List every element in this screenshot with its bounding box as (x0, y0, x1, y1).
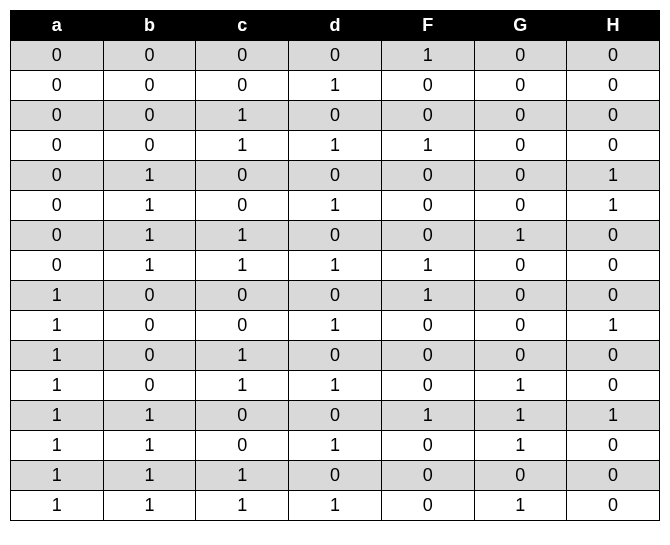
table-cell: 0 (11, 131, 104, 161)
table-cell: 1 (196, 461, 289, 491)
col-header-f: F (381, 11, 474, 41)
table-cell: 1 (11, 341, 104, 371)
table-cell: 1 (567, 311, 660, 341)
table-cell: 1 (289, 71, 382, 101)
col-header-b: b (103, 11, 196, 41)
table-cell: 1 (567, 191, 660, 221)
table-cell: 0 (381, 431, 474, 461)
table-row: 1101010 (11, 431, 660, 461)
table-row: 1010000 (11, 341, 660, 371)
table-cell: 0 (381, 191, 474, 221)
table-cell: 0 (289, 461, 382, 491)
col-header-g: G (474, 11, 567, 41)
table-cell: 0 (196, 191, 289, 221)
table-cell: 1 (474, 431, 567, 461)
col-header-h: H (567, 11, 660, 41)
table-cell: 1 (381, 251, 474, 281)
table-row: 0000100 (11, 41, 660, 71)
table-cell: 0 (289, 341, 382, 371)
table-cell: 1 (289, 311, 382, 341)
table-row: 0101001 (11, 191, 660, 221)
table-cell: 0 (381, 461, 474, 491)
table-cell: 0 (381, 71, 474, 101)
table-cell: 0 (103, 41, 196, 71)
table-cell: 0 (474, 131, 567, 161)
table-cell: 0 (567, 281, 660, 311)
table-cell: 0 (567, 251, 660, 281)
table-cell: 1 (567, 401, 660, 431)
col-header-d: d (289, 11, 382, 41)
table-cell: 1 (103, 251, 196, 281)
table-cell: 1 (196, 341, 289, 371)
table-cell: 0 (103, 131, 196, 161)
table-cell: 1 (103, 221, 196, 251)
table-row: 0100001 (11, 161, 660, 191)
table-cell: 1 (11, 281, 104, 311)
header-row: a b c d F G H (11, 11, 660, 41)
table-cell: 0 (567, 371, 660, 401)
table-cell: 0 (289, 401, 382, 431)
table-row: 0001000 (11, 71, 660, 101)
table-cell: 0 (381, 371, 474, 401)
table-cell: 1 (289, 431, 382, 461)
table-cell: 0 (289, 281, 382, 311)
table-cell: 0 (474, 341, 567, 371)
table-cell: 0 (474, 161, 567, 191)
table-cell: 1 (103, 491, 196, 521)
table-cell: 0 (381, 161, 474, 191)
table-row: 1100111 (11, 401, 660, 431)
table-cell: 0 (196, 311, 289, 341)
table-cell: 1 (289, 251, 382, 281)
table-cell: 1 (474, 221, 567, 251)
table-cell: 0 (196, 161, 289, 191)
col-header-c: c (196, 11, 289, 41)
table-cell: 0 (103, 101, 196, 131)
table-cell: 1 (11, 371, 104, 401)
table-cell: 1 (196, 101, 289, 131)
table-cell: 1 (381, 281, 474, 311)
table-cell: 1 (474, 491, 567, 521)
table-cell: 1 (11, 401, 104, 431)
table-cell: 0 (103, 311, 196, 341)
table-cell: 0 (567, 221, 660, 251)
table-cell: 1 (474, 371, 567, 401)
table-cell: 0 (11, 161, 104, 191)
table-cell: 1 (381, 401, 474, 431)
table-cell: 0 (567, 461, 660, 491)
table-cell: 0 (567, 41, 660, 71)
table-cell: 1 (381, 131, 474, 161)
table-cell: 0 (474, 101, 567, 131)
table-cell: 1 (289, 131, 382, 161)
table-cell: 0 (11, 221, 104, 251)
table-cell: 0 (103, 371, 196, 401)
col-header-a: a (11, 11, 104, 41)
table-row: 1001001 (11, 311, 660, 341)
table-row: 0010000 (11, 101, 660, 131)
table-row: 1111010 (11, 491, 660, 521)
table-cell: 1 (11, 461, 104, 491)
table-cell: 0 (381, 311, 474, 341)
table-cell: 1 (11, 431, 104, 461)
table-cell: 1 (196, 221, 289, 251)
table-cell: 0 (567, 491, 660, 521)
table-cell: 0 (474, 461, 567, 491)
table-cell: 0 (11, 71, 104, 101)
table-cell: 1 (196, 491, 289, 521)
table-cell: 1 (289, 491, 382, 521)
table-cell: 0 (289, 161, 382, 191)
table-cell: 0 (474, 41, 567, 71)
table-cell: 0 (567, 131, 660, 161)
table-cell: 0 (474, 251, 567, 281)
table-row: 0011100 (11, 131, 660, 161)
table-cell: 1 (103, 431, 196, 461)
table-cell: 1 (196, 131, 289, 161)
table-cell: 1 (474, 401, 567, 431)
table-row: 0111100 (11, 251, 660, 281)
table-cell: 0 (103, 281, 196, 311)
table-cell: 0 (567, 101, 660, 131)
table-cell: 0 (289, 221, 382, 251)
table-row: 1110000 (11, 461, 660, 491)
table-cell: 1 (103, 401, 196, 431)
table-cell: 0 (381, 221, 474, 251)
table-cell: 0 (196, 431, 289, 461)
